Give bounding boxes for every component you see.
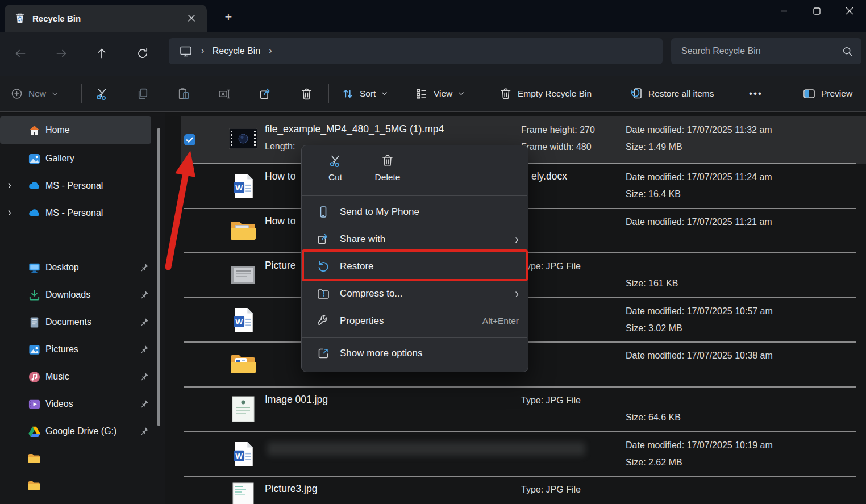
sidebar: Home Gallery › MS - Personal › MS - Pers… [0,113,165,504]
paste-button[interactable] [171,81,196,106]
forward-button[interactable] [49,41,74,66]
file-name: Image 001.jpg [265,394,328,406]
sidebar-item-pictures[interactable]: Pictures [0,336,151,363]
blurred-file-name [267,442,585,456]
svg-text:W: W [235,184,243,192]
file-size: Size: 3.02 MB [626,323,682,334]
file-name: file_example_MP4_480_1_5MG (1).mp4 [265,123,444,135]
file-row-image001[interactable]: Image 001.jpg Type: JPG File Size: 64.6 … [181,387,866,432]
new-tab-button[interactable]: + [219,8,238,26]
search-box[interactable] [671,38,861,64]
pin-icon [139,372,149,382]
chevron-right-icon[interactable]: › [8,179,11,193]
tab-close-icon[interactable] [183,10,200,27]
pin-icon [139,426,149,436]
sidebar-item-folder[interactable] [0,445,151,472]
file-row-picture3[interactable]: Picture3.jpg Type: JPG File [181,476,866,504]
minimize-button[interactable] [767,0,800,22]
folder-with-document-icon [228,350,258,378]
view-button[interactable]: View [415,87,465,101]
tab-recycle-bin[interactable]: Recycle Bin [5,5,207,32]
cut-button[interactable] [89,81,114,106]
pictures-icon [27,343,41,356]
new-button-label: New [28,89,46,99]
window-controls [767,0,866,22]
sort-button[interactable]: Sort [341,87,388,101]
chevron-right-icon[interactable]: › [8,206,11,220]
phone-icon [317,205,330,219]
breadcrumb-chevron-icon[interactable]: › [201,44,205,56]
sidebar-item-downloads[interactable]: Downloads [0,281,151,309]
context-cut-button[interactable]: Cut [317,153,354,195]
svg-text:W: W [235,318,243,326]
file-date-modified: Date modified: 17/07/2025 11:32 am [626,125,772,135]
chevron-down-icon [457,90,465,97]
delete-button[interactable] [294,81,319,106]
image-thumbnail-icon [228,395,258,423]
breadcrumb-chevron-icon[interactable]: › [268,44,272,56]
breadcrumb-location[interactable]: Recycle Bin [213,46,260,56]
sidebar-item-label: Desktop [45,263,79,273]
restore-highlight-box [302,249,528,281]
rename-button[interactable] [212,81,237,106]
menu-item-send-to-my-phone[interactable]: Send to My Phone [302,198,528,226]
onedrive-cloud-icon [27,179,41,193]
menu-item-share-with[interactable]: Share with › [302,226,528,253]
file-date-modified: Date modified: 17/07/2025 11:24 am [626,172,772,182]
sidebar-item-onedrive-2[interactable]: › MS - Personal [0,199,151,227]
back-button[interactable] [8,41,33,66]
onedrive-cloud-icon [27,206,41,220]
file-meta-length: Length: [265,141,295,152]
cut-icon [328,153,343,168]
sidebar-item-videos[interactable]: Videos [0,390,151,418]
menu-item-show-more-options[interactable]: Show more options [302,340,528,367]
sidebar-item-folder[interactable] [0,472,151,499]
file-size: Size: 64.6 KB [626,413,681,423]
restore-all-items-label: Restore all items [648,89,714,99]
search-icon[interactable] [842,45,853,57]
refresh-button[interactable] [130,41,155,66]
file-type: Type: JPG File [521,261,581,272]
sidebar-item-desktop[interactable]: Desktop [0,254,151,281]
empty-recycle-bin-button[interactable]: Empty Recycle Bin [499,87,592,101]
breadcrumb: › Recycle Bin › [169,38,663,64]
toolbar-separator [328,84,329,103]
context-delete-button[interactable]: Delete [369,153,406,195]
close-window-button[interactable] [833,0,866,22]
restore-all-items-button[interactable]: Restore all items [630,87,714,101]
pin-icon [139,399,149,409]
preview-button[interactable]: Preview [802,87,852,101]
word-file-icon: W [228,440,258,468]
video-file-icon [228,124,258,153]
sidebar-item-label: Music [45,372,69,382]
sidebar-item-label: Downloads [45,290,90,300]
copy-button[interactable] [130,81,155,106]
share-button[interactable] [253,81,278,106]
new-button[interactable]: New [10,87,59,100]
menu-item-properties[interactable]: Properties Alt+Enter [302,307,528,335]
search-input[interactable] [681,46,842,56]
sidebar-item-label: Gallery [45,153,74,164]
monitor-icon[interactable] [179,44,193,58]
see-more-button[interactable]: ••• [749,88,763,99]
sidebar-item-onedrive-1[interactable]: › MS - Personal [0,172,151,199]
svg-text:W: W [235,452,243,460]
sidebar-item-documents[interactable]: Documents [0,309,151,336]
menu-divider [302,337,527,338]
sidebar-item-gallery[interactable]: Gallery [0,145,151,172]
pin-icon [139,263,149,273]
menu-item-compress-to[interactable]: Compress to... › [302,280,528,307]
sidebar-item-google-drive[interactable]: Google Drive (G:) [0,418,151,445]
sidebar-item-home[interactable]: Home [0,116,151,144]
sidebar-item-label: Documents [45,317,91,327]
maximize-button[interactable] [800,0,833,22]
sidebar-item-music[interactable]: Music [0,363,151,390]
empty-recycle-bin-label: Empty Recycle Bin [518,89,592,99]
shortcut-hint: Alt+Enter [482,316,519,326]
word-file-icon: W [228,306,258,334]
home-icon [27,123,41,137]
file-row-docx-redacted[interactable]: W Date modified: 17/07/2025 10:19 am Siz… [181,432,866,477]
up-button[interactable] [89,41,114,66]
file-meta: Frame width: 480 [521,142,592,152]
folder-icon [27,479,41,493]
